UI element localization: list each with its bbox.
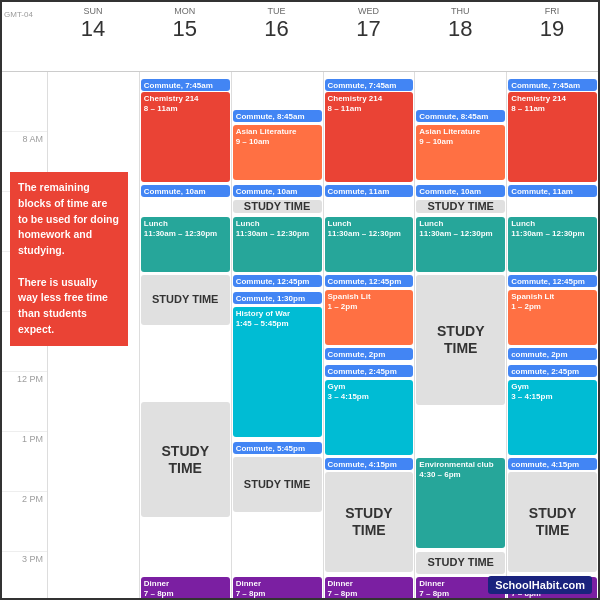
- event-tue-commute5: Commute, 5:45pm: [233, 442, 322, 454]
- day-sun: SUN 14: [47, 2, 139, 71]
- event-wed-commute5: Commute, 2:45pm: [325, 365, 414, 377]
- event-fri-commute1: Commute, 7:45am: [508, 79, 597, 91]
- event-thu-lunch: Lunch11:30am – 12:30pm: [416, 217, 505, 272]
- event-wed-lunch: Lunch11:30am – 12:30pm: [325, 217, 414, 272]
- day-fri: FRI 19: [506, 2, 598, 71]
- event-mon-commute2: Commute, 10am: [141, 185, 230, 197]
- col-wed: Commute, 7:45am Chemistry 2148 – 11am Co…: [323, 72, 415, 600]
- event-fri-commute3: Commute, 12:45pm: [508, 275, 597, 287]
- event-fri-gym: Gym3 – 4:15pm: [508, 380, 597, 455]
- days-columns: Commute, 7:45am Chemistry 2148 – 11am Co…: [47, 72, 598, 600]
- event-mon-commute1: Commute, 7:45am: [141, 79, 230, 91]
- time-label-spacer: GMT-04: [2, 2, 47, 71]
- event-mon-chem: Chemistry 2148 – 11am: [141, 92, 230, 182]
- event-tue-asian-lit: Asian Literature9 – 10am: [233, 125, 322, 180]
- event-tue-dinner: Dinner7 – 8pm: [233, 577, 322, 600]
- event-wed-commute6: Commute, 4:15pm: [325, 458, 414, 470]
- event-wed-gym: Gym3 – 4:15pm: [325, 380, 414, 455]
- day-mon: MON 15: [139, 2, 231, 71]
- day-thu: THU 18: [414, 2, 506, 71]
- event-tue-commute4: Commute, 1:30pm: [233, 292, 322, 304]
- event-mon-lunch: Lunch11:30am – 12:30pm: [141, 217, 230, 272]
- col-thu: Commute, 8:45am Asian Literature9 – 10am…: [414, 72, 506, 600]
- day-wed: WED 17: [323, 2, 415, 71]
- event-wed-dinner: Dinner7 – 8pm: [325, 577, 414, 600]
- event-thu-asian-lit: Asian Literature9 – 10am: [416, 125, 505, 180]
- event-thu-study1: STUDY TIME: [416, 200, 505, 213]
- event-wed-spanish: Spanish Lit1 – 2pm: [325, 290, 414, 345]
- event-wed-study: STUDYTIME: [325, 472, 414, 572]
- header-row: GMT-04 SUN 14 MON 15 TUE 16 WED 17 THU 1…: [2, 2, 598, 72]
- event-mon-dinner: Dinner7 – 8pm: [141, 577, 230, 600]
- event-tue-study1: STUDY TIME: [233, 200, 322, 213]
- event-tue-lunch: Lunch11:30am – 12:30pm: [233, 217, 322, 272]
- event-wed-commute2: Commute, 11am: [325, 185, 414, 197]
- event-fri-study: STUDYTIME: [508, 472, 597, 572]
- event-tue-study2: STUDY TIME: [233, 457, 322, 512]
- calendar-wrapper: GMT-04 SUN 14 MON 15 TUE 16 WED 17 THU 1…: [0, 0, 600, 600]
- event-fri-commute4: commute, 2pm: [508, 348, 597, 360]
- event-fri-commute2: Commute, 11am: [508, 185, 597, 197]
- day-tue: TUE 16: [231, 2, 323, 71]
- event-mon-study2: STUDYTIME: [141, 402, 230, 517]
- event-tue-history: History of War1:45 – 5:45pm: [233, 307, 322, 437]
- event-thu-commute1: Commute, 8:45am: [416, 110, 505, 122]
- event-tue-commute3: Commute, 12:45pm: [233, 275, 322, 287]
- col-tue: Commute, 8:45am Asian Literature9 – 10am…: [231, 72, 323, 600]
- event-mon-study1: STUDY TIME: [141, 275, 230, 325]
- branding-label: SchoolHabit.com: [488, 576, 592, 594]
- event-wed-commute1: Commute, 7:45am: [325, 79, 414, 91]
- col-mon: Commute, 7:45am Chemistry 2148 – 11am Co…: [139, 72, 231, 600]
- event-fri-spanish: Spanish Lit1 – 2pm: [508, 290, 597, 345]
- event-thu-env-club: Environmental club4:30 – 6pm: [416, 458, 505, 548]
- event-thu-study2: STUDYTIME: [416, 275, 505, 405]
- event-wed-commute4: Commute, 2pm: [325, 348, 414, 360]
- event-wed-chem: Chemistry 2148 – 11am: [325, 92, 414, 182]
- event-fri-lunch: Lunch11:30am – 12:30pm: [508, 217, 597, 272]
- event-wed-commute3: Commute, 12:45pm: [325, 275, 414, 287]
- event-fri-commute5: commute, 2:45pm: [508, 365, 597, 377]
- event-thu-commute2: Commute, 10am: [416, 185, 505, 197]
- event-tue-commute1: Commute, 8:45am: [233, 110, 322, 122]
- event-tue-commute2: Commute, 10am: [233, 185, 322, 197]
- event-fri-commute6: commute, 4:15pm: [508, 458, 597, 470]
- overlay-message: The remaining blocks of time are to be u…: [10, 172, 128, 346]
- col-fri: Commute, 7:45am Chemistry 2148 – 11am Co…: [506, 72, 598, 600]
- event-fri-chem: Chemistry 2148 – 11am: [508, 92, 597, 182]
- event-thu-study3: STUDY TIME: [416, 552, 505, 574]
